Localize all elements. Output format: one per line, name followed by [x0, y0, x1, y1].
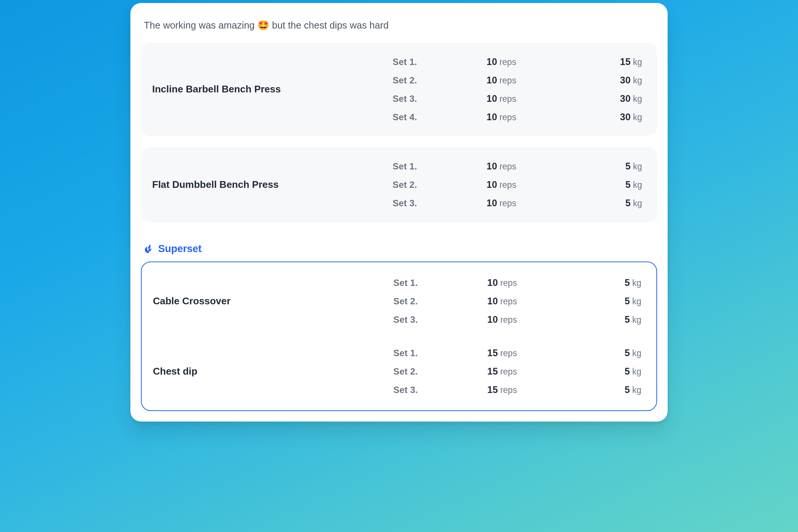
- set-label: Set 4.: [393, 112, 487, 122]
- workout-comment: The working was amazing 🤩 but the chest …: [144, 19, 655, 32]
- set-row: Set 2.10reps30kg: [393, 75, 642, 86]
- set-row: Set 2.10reps5kg: [393, 296, 641, 307]
- set-reps: 15reps: [487, 366, 574, 377]
- set-reps: 10reps: [487, 161, 573, 172]
- set-reps: 10reps: [487, 277, 574, 288]
- set-reps: 10reps: [487, 75, 573, 86]
- set-reps: 10reps: [487, 93, 573, 104]
- set-row: Set 2.15reps5kg: [393, 366, 641, 377]
- set-row: Set 1.10reps5kg: [393, 161, 642, 172]
- set-reps: 10reps: [487, 56, 573, 67]
- set-row: Set 3.10reps5kg: [393, 198, 642, 209]
- set-weight: 5kg: [574, 314, 641, 325]
- set-label: Set 1.: [393, 161, 487, 172]
- exercise-name: Flat Dumbbell Bench Press: [152, 179, 393, 190]
- set-reps: 10reps: [487, 296, 574, 307]
- set-label: Set 1.: [393, 348, 487, 358]
- set-row: Set 1.10reps5kg: [393, 277, 641, 288]
- exercise-panel: Chest dipSet 1.15reps5kgSet 2.15reps5kgS…: [145, 336, 653, 407]
- set-row: Set 3.10reps30kg: [393, 93, 642, 104]
- set-label: Set 2.: [393, 296, 487, 307]
- set-row: Set 1.10reps15kg: [393, 56, 642, 67]
- set-label: Set 3.: [393, 198, 487, 209]
- set-weight: 5kg: [574, 296, 641, 307]
- set-list: Set 1.10reps5kgSet 2.10reps5kgSet 3.10re…: [393, 277, 641, 325]
- set-reps: 15reps: [487, 384, 574, 395]
- set-row: Set 2.10reps5kg: [393, 179, 642, 190]
- set-weight: 15kg: [573, 56, 642, 67]
- exercise-panel: Flat Dumbbell Bench PressSet 1.10reps5kg…: [141, 147, 657, 222]
- set-reps: 10reps: [487, 198, 573, 209]
- exercise-name: Incline Barbell Bench Press: [152, 83, 393, 95]
- set-label: Set 1.: [393, 278, 487, 288]
- set-list: Set 1.10reps5kgSet 2.10reps5kgSet 3.10re…: [393, 161, 642, 209]
- superset-box: Cable CrossoverSet 1.10reps5kgSet 2.10re…: [141, 261, 657, 411]
- set-label: Set 3.: [393, 314, 487, 325]
- superset-title: Superset: [158, 243, 202, 255]
- exercise-name: Chest dip: [153, 366, 393, 377]
- superset-header: Superset: [143, 243, 657, 255]
- set-weight: 5kg: [574, 348, 641, 358]
- set-row: Set 3.15reps5kg: [393, 384, 641, 395]
- set-label: Set 3.: [393, 94, 487, 104]
- set-label: Set 1.: [393, 57, 487, 67]
- set-reps: 10reps: [487, 314, 574, 325]
- set-weight: 5kg: [573, 161, 642, 172]
- set-weight: 30kg: [573, 93, 642, 104]
- exercise-panel: Cable CrossoverSet 1.10reps5kgSet 2.10re…: [145, 266, 653, 336]
- set-weight: 5kg: [574, 384, 641, 395]
- exercise-name: Cable Crossover: [153, 295, 393, 307]
- set-weight: 5kg: [573, 179, 642, 190]
- fire-icon: [143, 243, 154, 254]
- set-list: Set 1.15reps5kgSet 2.15reps5kgSet 3.15re…: [393, 348, 641, 395]
- set-reps: 10reps: [487, 112, 573, 122]
- set-reps: 15reps: [487, 348, 574, 358]
- exercise-list: Incline Barbell Bench PressSet 1.10reps1…: [141, 43, 657, 222]
- set-row: Set 3.10reps5kg: [393, 314, 641, 325]
- set-row: Set 1.15reps5kg: [393, 348, 641, 358]
- set-weight: 30kg: [573, 112, 642, 122]
- set-weight: 5kg: [573, 198, 642, 209]
- set-label: Set 2.: [393, 180, 487, 190]
- exercise-panel: Incline Barbell Bench PressSet 1.10reps1…: [141, 43, 657, 136]
- workout-card: The working was amazing 🤩 but the chest …: [130, 3, 668, 422]
- set-reps: 10reps: [487, 179, 573, 190]
- set-label: Set 2.: [393, 366, 487, 377]
- set-label: Set 2.: [393, 75, 487, 86]
- set-list: Set 1.10reps15kgSet 2.10reps30kgSet 3.10…: [393, 56, 642, 122]
- set-label: Set 3.: [393, 385, 487, 395]
- set-row: Set 4.10reps30kg: [393, 112, 642, 122]
- set-weight: 30kg: [573, 75, 642, 86]
- set-weight: 5kg: [574, 366, 641, 377]
- set-weight: 5kg: [574, 277, 641, 288]
